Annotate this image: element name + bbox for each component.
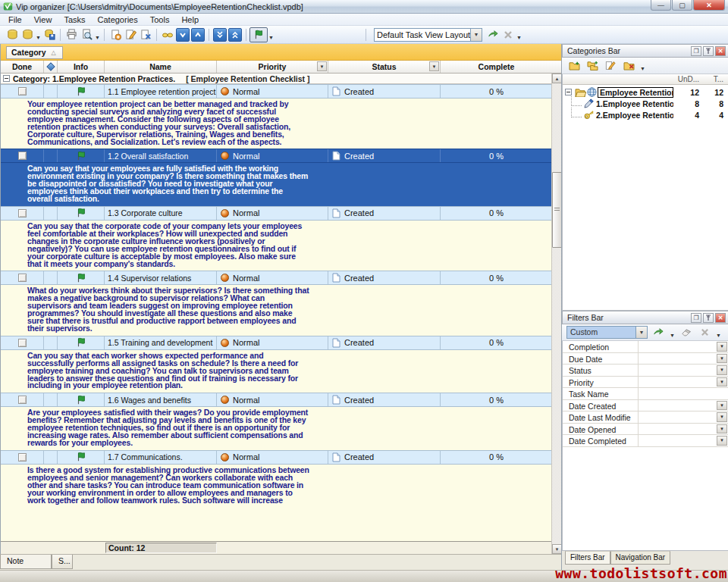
tab-s[interactable]: S... — [52, 555, 73, 569]
category-group-row[interactable]: Category: 1.Employee Retention Practices… — [1, 74, 561, 84]
filter-dropdown-icon[interactable]: ▼ — [717, 401, 727, 411]
task-description[interactable]: Your employee retention project can be b… — [1, 99, 561, 149]
filter-value-field[interactable] — [639, 388, 716, 399]
group-by-category-button[interactable]: Category △ — [6, 46, 63, 59]
filters-more-dropdown-icon[interactable]: ▼ — [715, 325, 722, 340]
delete-layout-icon[interactable] — [500, 27, 516, 42]
filter-value-field[interactable] — [639, 424, 716, 435]
save-database-icon[interactable] — [42, 27, 57, 42]
task-done-checkbox[interactable] — [18, 87, 27, 95]
filter-dropdown-icon[interactable]: ▼ — [717, 436, 727, 446]
move-down-icon[interactable] — [176, 28, 190, 42]
vertical-scrollbar[interactable]: ▲ ▼ — [551, 74, 561, 554]
task-status-cell[interactable]: Created — [328, 393, 441, 406]
task-priority-cell[interactable]: Normal — [217, 393, 328, 406]
panel-restore-icon[interactable]: ❐ — [691, 313, 701, 323]
tree-column-headers[interactable]: UnD... T... — [563, 74, 728, 85]
print-preview-icon[interactable] — [79, 27, 94, 42]
task-status-cell[interactable]: Created — [328, 271, 441, 284]
column-header-info[interactable]: Info — [58, 61, 105, 73]
task-done-checkbox[interactable] — [18, 453, 27, 462]
task-row[interactable]: 1.6 Wages and benefits Normal Created 0 … — [1, 393, 561, 407]
task-complete-cell[interactable]: 0 % — [441, 207, 552, 220]
filter-value-field[interactable] — [639, 400, 716, 411]
filter-row[interactable]: Date Completed ▼ — [563, 435, 728, 447]
panel-pin-icon[interactable] — [703, 313, 714, 323]
filter-row[interactable]: Task Name ▼ — [563, 388, 728, 400]
task-priority-cell[interactable]: Normal — [217, 149, 328, 162]
filter-row[interactable]: Date Created ▼ — [563, 400, 728, 412]
filter-value-field[interactable] — [639, 341, 716, 352]
new-database-icon[interactable] — [5, 27, 20, 42]
show-notes-toggle[interactable] — [249, 27, 268, 42]
filter-preset-combo[interactable]: Custom — [566, 326, 636, 339]
filter-dropdown-icon[interactable]: ▼ — [717, 365, 727, 375]
open-dropdown-icon[interactable]: ▼ — [35, 27, 42, 42]
task-status-cell[interactable]: Created — [328, 149, 441, 162]
task-description[interactable]: Can you say that each worker shows expec… — [1, 350, 561, 393]
move-top-icon[interactable] — [228, 28, 242, 42]
task-priority-cell[interactable]: Normal — [217, 271, 328, 284]
menu-file[interactable]: File — [2, 14, 28, 25]
layout-combo-dropdown-icon[interactable]: ▼ — [471, 28, 482, 42]
task-priority-cell[interactable]: Normal — [217, 85, 328, 98]
panel-close-icon[interactable]: ✕ — [715, 313, 726, 323]
menu-categories[interactable]: Categories — [92, 14, 144, 25]
collapse-group-icon[interactable] — [3, 75, 10, 82]
menu-help[interactable]: Help — [175, 14, 205, 25]
new-task-icon[interactable] — [108, 27, 123, 42]
panel-restore-icon[interactable]: ❐ — [691, 46, 701, 56]
task-name[interactable]: 1.6 Wages and benefits — [105, 393, 217, 406]
print-icon[interactable] — [64, 27, 79, 42]
column-header-complete[interactable]: Complete — [441, 61, 552, 73]
task-done-checkbox[interactable] — [18, 396, 27, 404]
panel-close-icon[interactable]: ✕ — [715, 46, 726, 56]
notes-dropdown-icon[interactable]: ▼ — [268, 27, 275, 42]
task-description[interactable]: Can you say that your employees are full… — [1, 163, 561, 206]
task-description[interactable]: What do your workers think about their s… — [1, 285, 561, 335]
close-button[interactable]: ✕ — [693, 0, 725, 11]
collapse-tree-icon[interactable] — [565, 89, 572, 95]
apply-filter-dropdown-icon[interactable]: ▼ — [669, 325, 676, 340]
new-category-icon[interactable] — [566, 58, 582, 74]
delete-task-icon[interactable] — [138, 27, 153, 42]
filter-value-field[interactable] — [639, 365, 716, 376]
task-description[interactable]: Is there a good system for establishing … — [1, 465, 561, 508]
task-complete-cell[interactable]: 0 % — [441, 149, 552, 162]
filter-dropdown-icon[interactable]: ▼ — [717, 377, 727, 387]
clear-filter-icon[interactable] — [697, 325, 712, 340]
delete-category-icon[interactable] — [621, 58, 636, 74]
category-item[interactable]: Employee Retention Checkli 12 12 — [563, 86, 728, 98]
tab-navigation-bar[interactable]: Navigation Bar — [610, 551, 671, 565]
status-filter-dropdown-icon[interactable]: ▼ — [429, 61, 439, 71]
column-header-status[interactable]: Status▼ — [328, 61, 441, 73]
filter-value-field[interactable] — [639, 411, 716, 423]
priority-filter-dropdown-icon[interactable]: ▼ — [317, 61, 327, 71]
edit-category-icon[interactable] — [603, 58, 618, 74]
task-name[interactable]: 1.7 Communications. — [105, 451, 217, 464]
filter-row[interactable]: Completion ▼ — [563, 341, 728, 353]
filter-row[interactable]: Date Opened ▼ — [563, 424, 728, 436]
task-done-checkbox[interactable] — [18, 339, 27, 347]
layout-more-dropdown-icon[interactable]: ▼ — [516, 27, 522, 42]
task-name[interactable]: 1.2 Overall satisfaction — [105, 149, 217, 162]
task-row[interactable]: 1.2 Overall satisfaction Normal Created … — [1, 149, 561, 163]
new-subcategory-icon[interactable] — [585, 58, 600, 74]
categories-more-dropdown-icon[interactable]: ▼ — [639, 58, 646, 74]
column-header-done[interactable]: Done — [1, 61, 44, 73]
menu-view[interactable]: View — [28, 14, 58, 25]
maximize-button[interactable]: ▢ — [672, 0, 692, 11]
task-complete-cell[interactable]: 0 % — [441, 85, 552, 98]
task-name[interactable]: 1.5 Training and development — [105, 336, 217, 349]
column-header-priority[interactable]: Priority▼ — [217, 61, 328, 73]
task-row[interactable]: 1.7 Communications. Normal Created 0 % — [1, 450, 561, 465]
task-status-cell[interactable]: Created — [328, 451, 441, 464]
task-name[interactable]: 1.1 Employee retention project — [105, 85, 217, 98]
edit-task-icon[interactable] — [123, 27, 138, 42]
task-row[interactable]: 1.4 Supervisor relations Normal Created … — [1, 271, 561, 285]
task-status-cell[interactable]: Created — [328, 336, 441, 349]
task-status-cell[interactable]: Created — [328, 207, 441, 220]
column-header-name[interactable]: Name — [105, 61, 217, 73]
minimize-button[interactable]: — — [651, 0, 671, 11]
tab-note[interactable]: Note — [0, 555, 52, 569]
